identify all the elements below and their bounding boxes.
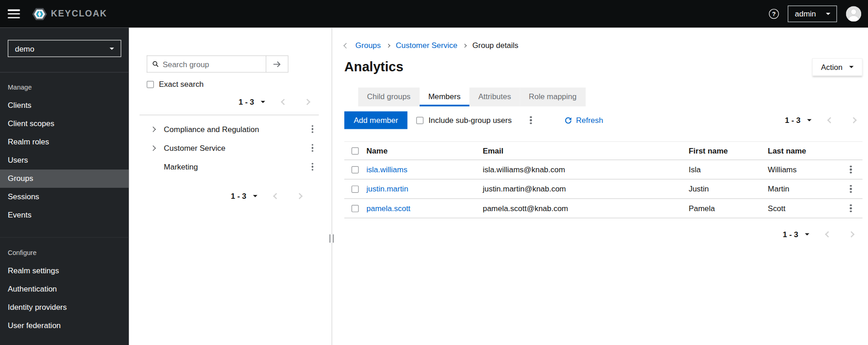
app-body: demo Manage Clients Client scopes Realm …: [0, 28, 868, 345]
tab-child-groups[interactable]: Child groups: [358, 88, 419, 106]
sidebar-item-realm-roles[interactable]: Realm roles: [0, 133, 129, 151]
previous-page-button[interactable]: [279, 97, 288, 106]
chevron-right-icon: [463, 44, 466, 47]
previous-page-button[interactable]: [272, 191, 280, 200]
include-subgroups-checkbox[interactable]: [416, 117, 424, 124]
add-member-button[interactable]: Add member: [344, 111, 407, 129]
pagination-menu-toggle[interactable]: 1 - 3: [783, 230, 809, 239]
member-last-name: Scott: [768, 204, 839, 212]
sidebar-item-sessions[interactable]: Sessions: [0, 188, 129, 206]
pagination-menu-toggle[interactable]: 1 - 3: [239, 97, 265, 106]
sidebar-item-realm-settings[interactable]: Realm settings: [0, 261, 129, 280]
row-kebab-menu-icon[interactable]: [848, 164, 853, 175]
caret-down-icon: [849, 66, 854, 68]
next-page-button[interactable]: [847, 230, 856, 239]
group-tree-item: Customer Service: [129, 138, 331, 157]
sidebar-item-clients[interactable]: Clients: [0, 96, 129, 115]
pagination-menu-toggle[interactable]: 1 - 3: [231, 191, 258, 200]
avatar[interactable]: [846, 6, 862, 21]
help-icon[interactable]: ?: [769, 9, 779, 19]
breadcrumb-groups-link[interactable]: Groups: [355, 41, 381, 50]
caret-down-icon: [110, 48, 114, 50]
group-tree-item: Compliance and Regulation: [129, 120, 331, 138]
brand-wordmark: KEYCLOAK: [51, 9, 107, 19]
column-header-first-name: First name: [689, 146, 768, 155]
previous-page-button[interactable]: [824, 230, 832, 239]
chevron-left-icon: [343, 42, 349, 48]
refresh-label: Refresh: [576, 116, 603, 124]
row-checkbox[interactable]: [352, 205, 359, 212]
member-name-link[interactable]: pamela.scott: [367, 204, 410, 212]
tab-role-mapping[interactable]: Role mapping: [520, 88, 586, 106]
chevron-left-icon: [281, 99, 287, 105]
table-row: isla.williams isla.williams@knab.com Isl…: [344, 160, 863, 179]
row-checkbox[interactable]: [352, 166, 359, 173]
kebab-menu-icon[interactable]: [310, 123, 315, 135]
include-subgroups-option: Include sub-group users: [416, 116, 512, 124]
tab-attributes[interactable]: Attributes: [469, 88, 520, 106]
next-page-button[interactable]: [303, 97, 311, 106]
nav-section-title-manage: Manage: [0, 73, 129, 96]
next-page-button[interactable]: [295, 191, 304, 200]
chevron-right-icon: [296, 193, 303, 199]
member-first-name: Justin: [689, 185, 768, 193]
include-subgroups-label: Include sub-group users: [429, 116, 512, 124]
sidebar-item-groups[interactable]: Groups: [0, 170, 129, 188]
keycloak-logo[interactable]: KEYCLOAK: [32, 6, 107, 21]
kebab-menu-icon[interactable]: [310, 142, 315, 154]
caret-down-icon: [253, 195, 258, 197]
group-detail-tabs: Child groups Members Attributes Role map…: [358, 88, 862, 106]
sidebar-item-user-federation[interactable]: User federation: [0, 316, 129, 334]
member-first-name: Isla: [689, 165, 768, 174]
tab-members[interactable]: Members: [420, 88, 470, 106]
group-name-link[interactable]: Compliance and Regulation: [164, 125, 310, 133]
expand-chevron-right-icon[interactable]: [151, 127, 164, 131]
masthead-tools: ? admin: [769, 5, 862, 22]
breadcrumb-customer-service-link[interactable]: Customer Service: [396, 41, 458, 50]
row-kebab-menu-icon[interactable]: [848, 183, 853, 195]
row-kebab-menu-icon[interactable]: [848, 202, 853, 214]
expand-chevron-right-icon[interactable]: [151, 146, 164, 149]
nav-group-configure: Configure Realm settings Authentication …: [0, 237, 129, 334]
kebab-menu-icon[interactable]: [310, 161, 315, 172]
toolbar-kebab-menu-icon[interactable]: [528, 115, 533, 126]
back-chevron-button[interactable]: [344, 43, 348, 47]
pagination-range-label: 1 - 3: [783, 230, 798, 239]
sidebar-item-users[interactable]: Users: [0, 151, 129, 170]
row-checkbox[interactable]: [352, 186, 359, 193]
search-group-input[interactable]: [163, 59, 261, 68]
group-name-link[interactable]: Customer Service: [164, 143, 310, 152]
panel-resize-handle[interactable]: [329, 234, 334, 243]
member-name-link[interactable]: isla.williams: [367, 165, 408, 174]
group-name-link[interactable]: Marketing: [164, 162, 310, 171]
members-toolbar: Add member Include sub-group users Refre…: [344, 111, 863, 129]
sidebar-item-events[interactable]: Events: [0, 206, 129, 224]
pagination-menu-toggle[interactable]: 1 - 3: [785, 116, 811, 124]
member-name-link[interactable]: justin.martin: [367, 185, 408, 193]
masthead: KEYCLOAK ? admin: [0, 0, 868, 28]
next-page-button[interactable]: [849, 116, 858, 124]
breadcrumb-current-page: Group details: [472, 41, 518, 50]
members-pagination-top: 1 - 3: [785, 116, 863, 124]
members-pagination-bottom-wrap: 1 - 3: [344, 230, 863, 239]
pagination-range-label: 1 - 3: [231, 191, 247, 200]
table-row: pamela.scott pamela.scott@knab.com Pamel…: [344, 199, 863, 218]
exact-search-checkbox[interactable]: [147, 80, 154, 88]
user-menu-dropdown[interactable]: admin: [788, 5, 837, 22]
sidebar-item-identity-providers[interactable]: Identity providers: [0, 298, 129, 316]
previous-page-button[interactable]: [826, 116, 835, 124]
refresh-button[interactable]: Refresh: [564, 116, 603, 124]
sidebar-item-client-scopes[interactable]: Client scopes: [0, 115, 129, 133]
page-header: Analytics Action: [344, 58, 863, 76]
column-header-name: Name: [367, 146, 483, 155]
search-submit-button[interactable]: [266, 55, 289, 73]
chevron-right-icon: [848, 231, 855, 238]
current-realm-name: demo: [15, 44, 34, 53]
nav-toggle-icon[interactable]: [8, 10, 20, 18]
action-dropdown-button[interactable]: Action: [812, 58, 863, 76]
group-search: [147, 55, 288, 73]
sidebar-item-authentication[interactable]: Authentication: [0, 280, 129, 298]
realm-selector[interactable]: demo: [8, 40, 121, 57]
action-dropdown-label: Action: [821, 63, 842, 71]
select-all-checkbox[interactable]: [352, 147, 359, 154]
